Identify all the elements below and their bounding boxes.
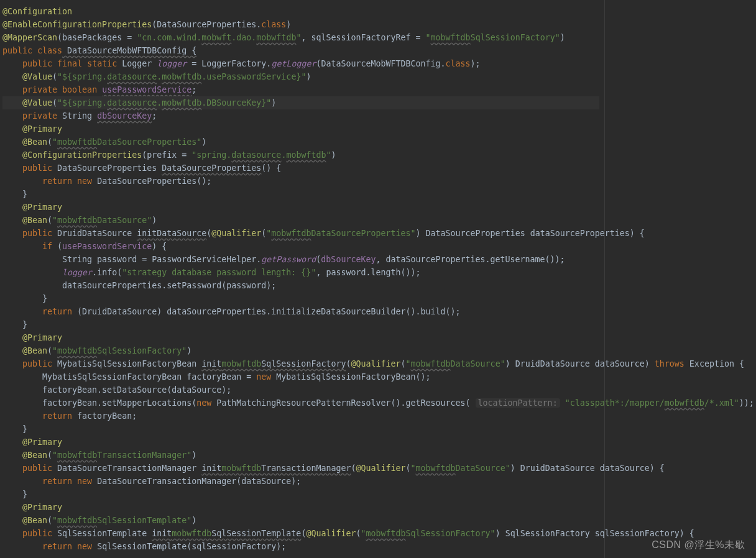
code-line: @Primary: [2, 203, 62, 212]
right-margin-guide: [604, 0, 605, 558]
caret-line: @Value("${spring.datasource.mobwftdb.DBS…: [2, 96, 599, 109]
code-line: return factoryBean;: [2, 411, 137, 421]
code-editor[interactable]: @Configuration @EnableConfigurationPrope…: [0, 0, 604, 558]
code-line: if (usePasswordService) {: [2, 242, 167, 251]
code-line: public SqlSessionTemplate initmobwftdbSq…: [2, 529, 694, 538]
code-line: String password = PasswordServiceHelper.…: [2, 255, 565, 264]
code-line: MybatisSqlSessionFactoryBean factoryBean…: [2, 372, 431, 382]
code-line: @ConfigurationProperties(prefix = "sprin…: [2, 150, 336, 160]
code-line: }: [2, 190, 27, 199]
code-line: @Value("${spring.datasource.mobwftdb.use…: [2, 72, 311, 81]
code-line: @Primary: [2, 124, 62, 134]
code-block[interactable]: @Configuration @EnableConfigurationPrope…: [0, 0, 604, 553]
code-line: @EnableConfigurationProperties(DataSourc…: [2, 20, 291, 29]
code-line: @Primary: [2, 333, 62, 342]
code-line: @MapperScan(basePackages = "cn.com.wind.…: [2, 33, 565, 42]
code-line: public DataSourceTransactionManager init…: [2, 464, 665, 473]
code-line: private boolean usePasswordService;: [2, 85, 196, 94]
code-line: public DataSourceProperties DataSourcePr…: [2, 163, 281, 173]
code-line: @Primary: [2, 503, 62, 512]
code-line: public class DataSourceMobWFTDBConfig {: [2, 46, 196, 55]
code-line: @Primary: [2, 437, 62, 447]
code-line: return new DataSourceTransactionManager(…: [2, 477, 301, 486]
code-line: factoryBean.setMapperLocations(new PathM…: [2, 398, 754, 408]
code-line: @Bean("mobwftdbTransactionManager"): [2, 451, 196, 460]
code-line: }: [2, 320, 27, 329]
code-line: }: [2, 424, 27, 434]
code-line: factoryBean.setDataSource(dataSource);: [2, 385, 231, 395]
code-line: return (DruidDataSource) dataSourcePrope…: [2, 307, 461, 316]
code-line: return new SqlSessionTemplate(sqlSession…: [2, 542, 286, 551]
code-line: return new DataSourceProperties();: [2, 176, 211, 186]
code-line: @Bean("mobwftdbDataSource"): [2, 216, 157, 225]
code-line: dataSourceProperties.setPassword(passwor…: [2, 281, 276, 290]
code-line: @Configuration: [2, 7, 72, 16]
code-line: public DruidDataSource initDataSource(@Q…: [2, 229, 645, 238]
code-line: private String dbSourceKey;: [2, 111, 157, 121]
code-line: }: [2, 490, 27, 499]
code-line: @Bean("mobwftdbSqlSessionFactory"): [2, 346, 191, 355]
watermark-text: CSDN @浮生%未歇: [652, 539, 745, 552]
code-line: logger.info("strategy database password …: [2, 268, 421, 277]
code-line: @Bean("mobwftdbDataSourceProperties"): [2, 137, 206, 147]
code-line: }: [2, 294, 47, 303]
code-line: public MybatisSqlSessionFactoryBean init…: [2, 359, 744, 368]
code-line: @Bean("mobwftdbSqlSessionTemplate"): [2, 516, 196, 525]
inlay-hint: locationPattern:: [476, 398, 560, 408]
code-line: public final static Logger logger = Logg…: [2, 59, 481, 68]
